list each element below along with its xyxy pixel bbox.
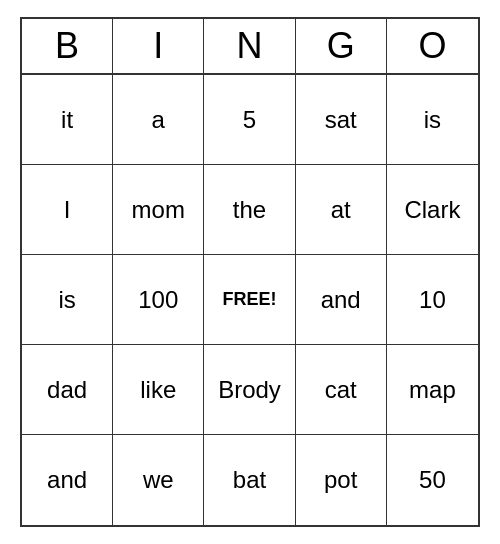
grid-cell-2: 5 [204, 75, 295, 165]
header-letter-G: G [296, 19, 387, 73]
grid-cell-1: a [113, 75, 204, 165]
header-letter-I: I [113, 19, 204, 73]
grid-cell-17: Brody [204, 345, 295, 435]
header-letter-O: O [387, 19, 478, 73]
grid-cell-24: 50 [387, 435, 478, 525]
grid-cell-9: Clark [387, 165, 478, 255]
grid-cell-21: we [113, 435, 204, 525]
grid-cell-8: at [296, 165, 387, 255]
grid-cell-7: the [204, 165, 295, 255]
grid-cell-13: and [296, 255, 387, 345]
grid-cell-4: is [387, 75, 478, 165]
grid-cell-10: is [22, 255, 113, 345]
grid-cell-18: cat [296, 345, 387, 435]
grid-cell-23: pot [296, 435, 387, 525]
grid-cell-12: FREE! [204, 255, 295, 345]
bingo-grid: ita5satisImomtheatClarkis100FREE!and10da… [22, 75, 478, 525]
bingo-header: BINGO [22, 19, 478, 75]
grid-cell-16: like [113, 345, 204, 435]
grid-cell-22: bat [204, 435, 295, 525]
grid-cell-0: it [22, 75, 113, 165]
grid-cell-19: map [387, 345, 478, 435]
grid-cell-5: I [22, 165, 113, 255]
grid-cell-3: sat [296, 75, 387, 165]
grid-cell-20: and [22, 435, 113, 525]
header-letter-N: N [204, 19, 295, 73]
grid-cell-11: 100 [113, 255, 204, 345]
grid-cell-6: mom [113, 165, 204, 255]
bingo-card: BINGO ita5satisImomtheatClarkis100FREE!a… [20, 17, 480, 527]
grid-cell-14: 10 [387, 255, 478, 345]
header-letter-B: B [22, 19, 113, 73]
grid-cell-15: dad [22, 345, 113, 435]
